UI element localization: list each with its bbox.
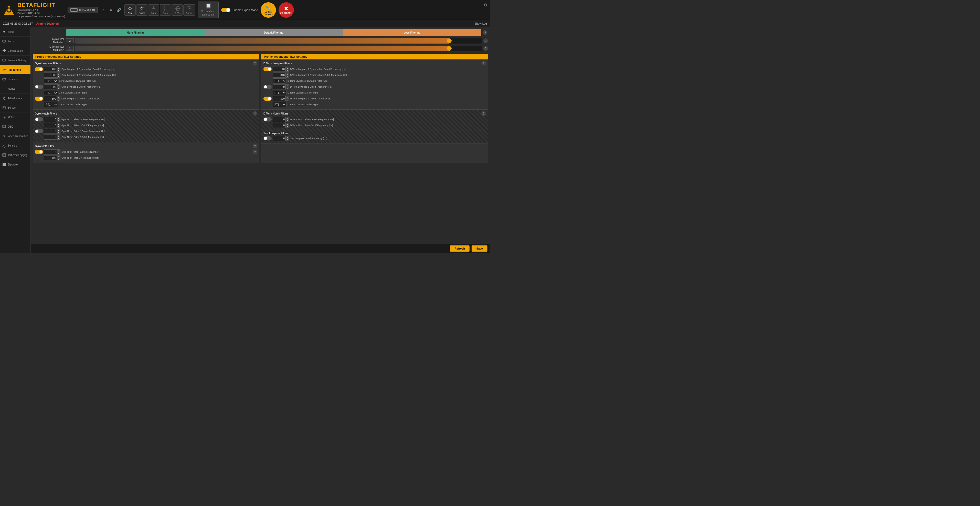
gear-icon[interactable]: ⚙ bbox=[484, 3, 487, 8]
gyro-lp1-dyn-min-input[interactable] bbox=[44, 67, 57, 72]
gyro-notch2-center-toggle[interactable] bbox=[35, 129, 43, 133]
gyro-rpm-harmonics-toggle[interactable] bbox=[35, 150, 43, 154]
dterm-lp1-cutoff-up[interactable]: ▲ bbox=[285, 84, 289, 87]
dterm-notch-cutoff-input[interactable] bbox=[273, 123, 285, 128]
sidebar-item-configuration[interactable]: Configuration bbox=[0, 46, 30, 56]
gyro-notch2-cutoff-up[interactable]: ▲ bbox=[57, 134, 60, 137]
dterm-lp2-type-select[interactable]: PT1BIQUAD bbox=[273, 102, 286, 107]
yaw-lp-cutoff-up[interactable]: ▲ bbox=[285, 136, 289, 138]
dterm-notch-help[interactable]: ? bbox=[481, 111, 486, 116]
sidebar-item-video-transmitter[interactable]: Video Transmitter bbox=[0, 131, 30, 141]
dterm-lp1-dyn-max-up[interactable]: ▲ bbox=[285, 72, 289, 75]
gyro-notch1-cutoff-up[interactable]: ▲ bbox=[57, 123, 60, 125]
gyro-lowpass-help[interactable]: ? bbox=[253, 61, 257, 65]
sidebar-item-osd[interactable]: OSD bbox=[0, 122, 30, 131]
dterm-filter-help-icon[interactable]: ? bbox=[484, 46, 488, 51]
gyro-lp1-cutoff-toggle[interactable] bbox=[35, 85, 43, 89]
gyro-rpm-min-freq-down[interactable]: ▼ bbox=[57, 158, 60, 160]
gyro-notch2-center-up[interactable]: ▲ bbox=[57, 129, 60, 131]
gyro-notch1-cutoff-down[interactable]: ▼ bbox=[57, 125, 60, 128]
gyro-notch1-center-toggle[interactable] bbox=[35, 117, 43, 121]
gyro-notch2-center-input[interactable] bbox=[44, 129, 57, 134]
gyro-lp1-dyn-min-toggle[interactable] bbox=[35, 67, 43, 71]
gyro-rpm-harmonics-down[interactable]: ▼ bbox=[57, 152, 60, 155]
gyro-lp1-dyn-max-down[interactable]: ▼ bbox=[57, 75, 60, 78]
sidebar-item-power-battery[interactable]: Power & Battery bbox=[0, 56, 30, 65]
gyro-lp1-cutoff-up[interactable]: ▲ bbox=[57, 84, 60, 87]
sidebar-item-pid-tuning[interactable]: PID Tuning bbox=[0, 65, 30, 75]
gyro-notch-help[interactable]: ? bbox=[253, 111, 257, 116]
gyro-notch1-center-input[interactable] bbox=[44, 117, 57, 122]
gyro-lp1-dyn-min-down[interactable]: ▼ bbox=[57, 69, 60, 72]
gyro-rpm-min-freq-up[interactable]: ▲ bbox=[57, 155, 60, 158]
gyro-filter-slider-track[interactable] bbox=[75, 38, 482, 43]
gyro-rpm-harmonics-help[interactable]: ? bbox=[253, 150, 257, 154]
gyro-rpm-harmonics-input[interactable] bbox=[44, 149, 57, 155]
yaw-lp-cutoff-down[interactable]: ▼ bbox=[285, 138, 289, 141]
dterm-lp2-cutoff-toggle[interactable] bbox=[263, 97, 272, 101]
dterm-lp2-cutoff-up[interactable]: ▲ bbox=[285, 96, 289, 99]
dterm-lp1-type-select[interactable]: PT1BIQUAD bbox=[273, 90, 286, 95]
sidebar-item-ports[interactable]: Ports bbox=[0, 37, 30, 46]
gyro-rpm-help[interactable]: ? bbox=[253, 144, 257, 148]
dterm-lp1-cutoff-input[interactable] bbox=[273, 84, 285, 89]
sidebar-item-receiver[interactable]: Receiver bbox=[0, 75, 30, 84]
update-firmware-button[interactable]: 🔧 UpdateFirmware bbox=[261, 2, 276, 18]
gyro-lp2-cutoff-up[interactable]: ▲ bbox=[57, 96, 60, 99]
sidebar-item-blackbox[interactable]: Blackbox bbox=[0, 160, 30, 169]
dterm-lp2-cutoff-input[interactable] bbox=[273, 96, 285, 101]
dterm-notch-center-toggle[interactable] bbox=[263, 117, 272, 121]
sensor-gyro[interactable]: Gyro bbox=[124, 4, 136, 16]
sidebar-item-sensors[interactable]: Sensors bbox=[0, 141, 30, 150]
gyro-lp1-dyn-max-up[interactable]: ▲ bbox=[57, 72, 60, 75]
disconnect-button[interactable]: ✖ Disconnect bbox=[278, 2, 294, 18]
gyro-notch1-cutoff-input[interactable] bbox=[44, 123, 57, 128]
gyro-lp2-type-select[interactable]: PT1BIQUAD bbox=[44, 102, 58, 107]
dterm-lp1-cutoff-down[interactable]: ▼ bbox=[285, 87, 289, 89]
dterm-notch-center-input[interactable] bbox=[273, 117, 285, 122]
expert-mode-toggle[interactable] bbox=[221, 8, 231, 12]
dterm-lp1-dyn-max-down[interactable]: ▼ bbox=[285, 75, 289, 78]
sidebar-item-setup[interactable]: Setup bbox=[0, 27, 30, 37]
gyro-lp1-cutoff-down[interactable]: ▼ bbox=[57, 87, 60, 89]
gyro-lp1-dyn-type-select[interactable]: PT1BIQUAD bbox=[44, 78, 58, 83]
sensor-mag[interactable]: Mag bbox=[148, 4, 159, 16]
gyro-lp1-cutoff-input[interactable] bbox=[44, 84, 57, 89]
dterm-lp1-dyn-min-input[interactable] bbox=[273, 67, 285, 72]
gyro-lp1-type-select[interactable]: PT1BIQUAD bbox=[44, 90, 58, 95]
sensor-baro[interactable]: Baro bbox=[160, 4, 171, 16]
dterm-lowpass-help[interactable]: ? bbox=[481, 61, 486, 65]
gyro-lp1-dyn-max-input[interactable] bbox=[44, 72, 57, 78]
gyro-lp2-cutoff-toggle[interactable] bbox=[35, 97, 43, 101]
yaw-lp-cutoff-input[interactable] bbox=[273, 136, 285, 141]
show-log-link[interactable]: Show Log bbox=[474, 22, 487, 25]
sidebar-item-tethered-logging[interactable]: Tethered Logging bbox=[0, 150, 30, 160]
dterm-filter-slider-thumb[interactable] bbox=[447, 46, 452, 51]
scale-help-icon[interactable]: ? bbox=[483, 30, 487, 35]
gyro-lp2-cutoff-down[interactable]: ▼ bbox=[57, 99, 60, 101]
gyro-filter-slider-thumb[interactable] bbox=[447, 38, 452, 43]
dterm-lp1-dyn-min-up[interactable]: ▲ bbox=[285, 67, 289, 69]
dterm-lp1-dyn-type-select[interactable]: PT1BIQUAD bbox=[273, 78, 286, 83]
dterm-lp1-dyn-max-input[interactable] bbox=[273, 72, 285, 78]
gyro-filter-help-icon[interactable]: ? bbox=[484, 38, 488, 43]
gyro-notch2-cutoff-input[interactable] bbox=[44, 134, 57, 140]
sidebar-item-servos[interactable]: Servos bbox=[0, 103, 30, 112]
yaw-lp-cutoff-toggle[interactable] bbox=[263, 136, 272, 140]
dterm-notch-cutoff-down[interactable]: ▼ bbox=[285, 125, 289, 128]
dterm-lp1-dyn-min-down[interactable]: ▼ bbox=[285, 69, 289, 72]
sensor-sonar[interactable]: Sonar bbox=[183, 4, 195, 16]
gyro-notch2-cutoff-down[interactable]: ▼ bbox=[57, 137, 60, 140]
sidebar-item-motors[interactable]: Motors bbox=[0, 112, 30, 122]
sensor-gps[interactable]: GPS bbox=[172, 4, 183, 16]
gyro-rpm-min-freq-input[interactable] bbox=[44, 155, 57, 160]
gyro-rpm-harmonics-up[interactable]: ▲ bbox=[57, 149, 60, 152]
gyro-lp2-cutoff-input[interactable] bbox=[44, 96, 57, 101]
dterm-notch-cutoff-up[interactable]: ▲ bbox=[285, 123, 289, 125]
gyro-notch1-center-up[interactable]: ▲ bbox=[57, 117, 60, 120]
sidebar-item-adjustments[interactable]: Adjustments bbox=[0, 94, 30, 103]
sidebar-item-modes[interactable]: Modes bbox=[0, 84, 30, 94]
dterm-lp2-cutoff-down[interactable]: ▼ bbox=[285, 99, 289, 101]
gyro-lp1-dyn-min-up[interactable]: ▲ bbox=[57, 67, 60, 69]
dterm-lp1-dyn-min-toggle[interactable] bbox=[263, 67, 272, 71]
